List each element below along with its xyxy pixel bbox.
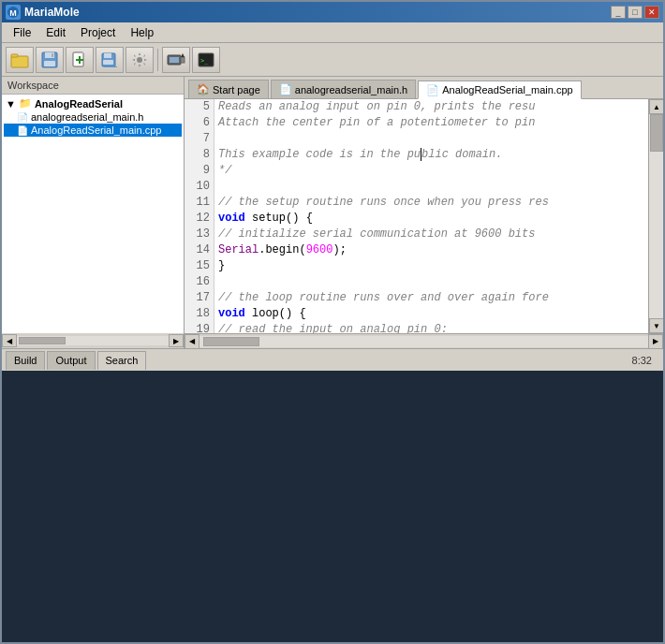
output-area (2, 371, 663, 642)
svg-marker-20 (181, 53, 185, 57)
svg-rect-7 (52, 53, 53, 57)
code-line-14: Serial.begin(9600); (218, 242, 648, 258)
menu-edit[interactable]: Edit (38, 24, 73, 41)
status-bar: Build Output Search 8:32 (2, 348, 663, 371)
tab-header-label: analogreadserial_main.h (295, 84, 407, 95)
tab-start-page[interactable]: 🏠 Start page (188, 80, 269, 98)
tab-main-label: AnalogReadSerial_main.cpp (442, 84, 572, 95)
right-panel: 🏠 Start page 📄 analogreadserial_main.h 📄… (185, 77, 663, 348)
tree-arrow-icon: ▼ (6, 98, 16, 110)
h-scroll-thumb[interactable] (203, 337, 259, 346)
svg-rect-19 (181, 57, 185, 63)
code-editor[interactable]: 56789 1011121314 1516171819 2021222324 2… (185, 99, 663, 333)
tab-home-icon: 🏠 (197, 83, 210, 95)
tab-header-file[interactable]: 📄 analogreadserial_main.h (271, 80, 416, 98)
code-line-8: This example code is in the public domai… (218, 147, 648, 163)
tab-header-icon: 📄 (279, 83, 292, 95)
svg-rect-13 (104, 53, 111, 58)
tab-start-label: Start page (213, 84, 260, 95)
output-tab[interactable]: Output (47, 351, 95, 370)
h-scroll-track[interactable] (200, 336, 648, 347)
code-line-17: // the loop routine runs over and over a… (218, 290, 648, 306)
tree-main-label: AnalogReadSerial_main.cpp (31, 124, 161, 136)
code-line-18: void loop() { (218, 306, 648, 322)
line-numbers: 56789 1011121314 1516171819 2021222324 2… (185, 99, 214, 333)
code-line-12: void setup() { (218, 211, 648, 227)
terminal-btn[interactable]: >_ (192, 47, 220, 73)
app-icon: M (6, 5, 21, 20)
tree-root[interactable]: ▼ 📁 AnalogReadSerial (4, 96, 182, 110)
svg-text:M: M (9, 8, 17, 18)
left-panel: Workspace ▼ 📁 AnalogReadSerial 📄 analogr… (2, 77, 185, 348)
save-all-btn[interactable] (96, 47, 124, 73)
tab-main-file[interactable]: 📄 AnalogReadSerial_main.cpp (418, 80, 581, 99)
code-line-5: Reads an analog input on pin 0, prints t… (218, 99, 648, 115)
file-tree[interactable]: ▼ 📁 AnalogReadSerial 📄 analogreadserial_… (2, 95, 184, 333)
left-scroll-thumb[interactable] (19, 337, 66, 344)
scroll-thumb[interactable] (650, 114, 663, 152)
left-horizontal-scrollbar[interactable]: ◀ ▶ (2, 333, 184, 348)
vertical-scrollbar[interactable]: ▲ ▼ (648, 99, 663, 333)
left-scroll-track[interactable] (17, 336, 169, 345)
editor-tab-bar: 🏠 Start page 📄 analogreadserial_main.h 📄… (185, 77, 663, 99)
close-button[interactable]: ✕ (644, 6, 659, 19)
svg-rect-14 (103, 60, 113, 65)
svg-rect-6 (44, 61, 55, 66)
h-scroll-right-btn[interactable]: ▶ (648, 334, 663, 349)
maximize-button[interactable]: □ (628, 6, 643, 19)
tree-header-file[interactable]: 📄 analogreadserial_main.h (4, 110, 182, 124)
upload-btn[interactable] (162, 47, 190, 73)
svg-rect-15 (104, 66, 117, 67)
tree-root-label: AnalogReadSerial (35, 98, 123, 110)
new-file-btn[interactable] (66, 47, 94, 73)
code-line-13: // initialize serial communication at 96… (218, 227, 648, 242)
h-scroll-left-btn[interactable]: ◀ (185, 334, 200, 349)
tree-main-file[interactable]: 📄 AnalogReadSerial_main.cpp (4, 124, 182, 137)
code-line-7 (218, 131, 648, 147)
build-tab[interactable]: Build (6, 351, 45, 370)
code-line-16 (218, 274, 648, 290)
menu-project[interactable]: Project (73, 24, 123, 41)
settings-btn[interactable] (126, 47, 154, 73)
scroll-down-btn[interactable]: ▼ (649, 318, 663, 333)
open-folder-btn[interactable] (6, 47, 34, 73)
status-time: 8:32 (632, 355, 659, 366)
svg-rect-2 (11, 56, 28, 67)
menu-bar: File Edit Project Help (2, 22, 663, 43)
minimize-button[interactable]: _ (611, 6, 626, 19)
code-line-19: // read the input on analog pin 0: (218, 322, 648, 333)
tree-file-icon-cpp: 📄 (17, 125, 28, 136)
scroll-track[interactable] (649, 114, 663, 318)
main-content: Workspace ▼ 📁 AnalogReadSerial 📄 analogr… (2, 77, 663, 348)
svg-rect-3 (11, 54, 18, 57)
svg-rect-18 (170, 57, 179, 63)
code-line-9: */ (218, 163, 648, 179)
title-bar: M MariaMole _ □ ✕ (2, 2, 663, 22)
main-window: M MariaMole _ □ ✕ File Edit Project Help (0, 0, 665, 644)
code-line-6: Attach the center pin of a potentiometer… (218, 115, 648, 131)
left-scroll-right-btn[interactable]: ▶ (169, 334, 184, 347)
menu-file[interactable]: File (6, 24, 38, 41)
code-line-15: } (218, 258, 648, 274)
scroll-up-btn[interactable]: ▲ (649, 99, 663, 114)
tab-main-icon: 📄 (426, 84, 439, 96)
workspace-label: Workspace (2, 77, 184, 95)
app-title: MariaMole (24, 6, 80, 19)
tree-folder-icon: 📁 (19, 97, 32, 110)
save-btn[interactable] (36, 47, 64, 73)
tree-header-label: analogreadserial_main.h (31, 111, 143, 123)
toolbar: >_ (2, 43, 663, 77)
tree-file-icon-h: 📄 (17, 112, 28, 123)
code-line-10 (218, 179, 648, 195)
menu-help[interactable]: Help (123, 24, 161, 41)
left-scroll-left-btn[interactable]: ◀ (2, 334, 17, 347)
svg-text:>_: >_ (200, 57, 209, 65)
code-content[interactable]: Reads an analog input on pin 0, prints t… (214, 99, 648, 333)
horizontal-scrollbar[interactable]: ◀ ▶ (185, 333, 663, 348)
search-tab[interactable]: Search (97, 351, 147, 370)
toolbar-sep-1 (157, 49, 158, 71)
code-line-11: // the setup routine runs once when you … (218, 195, 648, 211)
svg-point-16 (137, 57, 142, 63)
